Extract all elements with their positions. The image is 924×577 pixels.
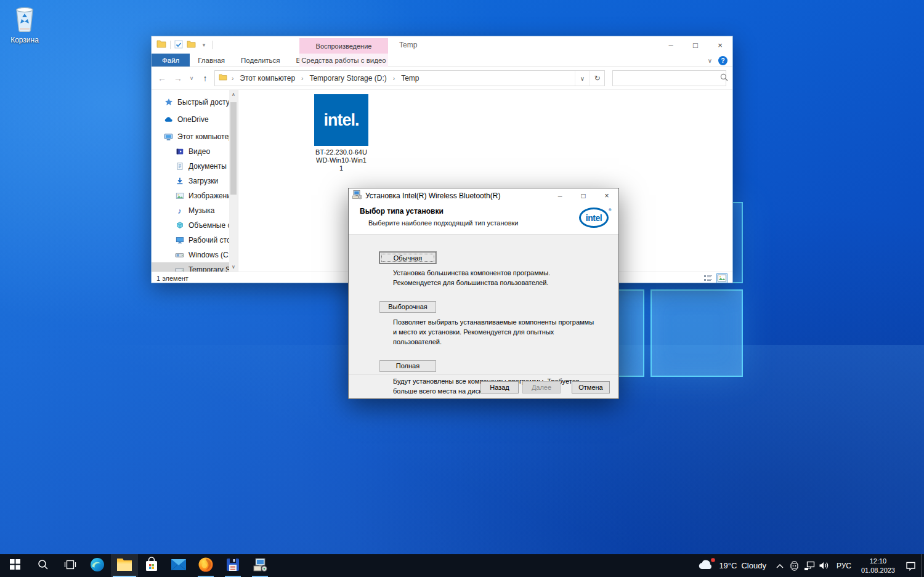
intel-logo: intel® bbox=[579, 208, 609, 228]
floppy-disk-icon bbox=[225, 557, 240, 575]
volume-icon[interactable] bbox=[817, 561, 832, 570]
taskbar-app-mail[interactable] bbox=[165, 554, 192, 577]
sidebar-item-this-pc[interactable]: Этот компьютер bbox=[152, 129, 238, 144]
thumbnails-view-icon[interactable] bbox=[716, 273, 727, 283]
typical-button[interactable]: Обычная bbox=[379, 252, 436, 264]
cancel-button[interactable]: Отмена bbox=[572, 381, 610, 393]
minimize-button[interactable]: – bbox=[659, 36, 683, 54]
cloud-icon bbox=[164, 115, 173, 124]
weather-widget[interactable]: 19°C Cloudy bbox=[692, 559, 772, 572]
taskbar-app-firefox[interactable] bbox=[192, 554, 219, 577]
language-indicator[interactable]: РУС bbox=[832, 562, 856, 570]
mail-icon bbox=[171, 558, 187, 573]
start-button[interactable] bbox=[0, 554, 30, 577]
breadcrumb-this-pc[interactable]: Этот компьютер bbox=[238, 74, 297, 83]
search-button[interactable] bbox=[30, 554, 57, 577]
ribbon-expand-icon[interactable]: ∨ bbox=[708, 57, 712, 64]
qat-properties-icon[interactable] bbox=[174, 40, 183, 50]
qat-new-folder-icon[interactable] bbox=[187, 41, 196, 50]
maximize-button[interactable]: □ bbox=[683, 36, 708, 54]
minimize-button[interactable]: – bbox=[548, 188, 572, 203]
tab-file[interactable]: Файл bbox=[152, 54, 190, 67]
file-name: BT-22.230.0-64U WD-Win10-Win1 1 bbox=[307, 148, 375, 173]
sidebar-item-music[interactable]: ♪ Музыка bbox=[152, 203, 238, 218]
dialog-body: Обычная Установка большинства компоненто… bbox=[349, 235, 618, 374]
action-center-button[interactable] bbox=[900, 554, 921, 577]
close-button[interactable]: × bbox=[595, 188, 618, 203]
breadcrumb-drive[interactable]: Temporary Storage (D:) bbox=[307, 74, 388, 83]
recent-locations-icon[interactable]: ∨ bbox=[187, 75, 196, 81]
music-note-icon: ♪ bbox=[175, 206, 184, 216]
clock[interactable]: 12:10 01.08.2023 bbox=[856, 557, 900, 575]
refresh-icon[interactable]: ↻ bbox=[590, 71, 604, 86]
breadcrumb[interactable]: › Этот компьютер › Temporary Storage (D:… bbox=[214, 70, 605, 86]
network-icon[interactable] bbox=[802, 561, 817, 571]
search-box bbox=[612, 70, 726, 86]
sidebar-item-downloads[interactable]: Загрузки bbox=[152, 174, 238, 188]
navigation-pane: Быстрый доступ OneDrive Этот компьютер bbox=[152, 90, 238, 272]
up-icon[interactable]: ↑ bbox=[198, 73, 212, 83]
contextual-tab-group-header: Воспроизведение bbox=[299, 38, 388, 54]
back-button[interactable]: Назад bbox=[480, 381, 519, 393]
sidebar-item-3d-objects[interactable]: Объемные объ bbox=[152, 218, 238, 233]
computer-icon bbox=[164, 132, 173, 142]
taskbar-app-floppy-installer[interactable] bbox=[219, 554, 246, 577]
clock-date: 01.08.2023 bbox=[861, 566, 895, 575]
sidebar-item-windows-c[interactable]: Windows (C:) bbox=[152, 248, 238, 262]
sidebar-item-pictures[interactable]: Изображения bbox=[152, 188, 238, 203]
scrollbar-thumb[interactable] bbox=[230, 102, 237, 195]
show-desktop-button[interactable] bbox=[921, 554, 924, 577]
installer-dialog: Установка Intel(R) Wireless Bluetooth(R)… bbox=[348, 188, 619, 399]
help-icon[interactable]: ? bbox=[718, 56, 727, 65]
taskbar-app-store[interactable] bbox=[138, 554, 165, 577]
setup-wizard-icon bbox=[253, 557, 267, 575]
address-dropdown-icon[interactable]: ∨ bbox=[575, 71, 590, 86]
drive-icon bbox=[175, 265, 184, 272]
scroll-up-icon[interactable]: ∧ bbox=[229, 90, 238, 99]
windows-logo-icon bbox=[10, 559, 20, 572]
search-input[interactable] bbox=[613, 71, 716, 86]
sidebar-item-onedrive[interactable]: OneDrive bbox=[152, 112, 238, 127]
sidebar-item-quick-access[interactable]: Быстрый доступ bbox=[152, 95, 238, 110]
tab-video-tools[interactable]: Средства работы с видео bbox=[299, 54, 388, 67]
dialog-titlebar[interactable]: Установка Intel(R) Wireless Bluetooth(R)… bbox=[349, 188, 618, 203]
item-count: 1 элемент bbox=[156, 275, 188, 282]
complete-button[interactable]: Полная bbox=[379, 360, 436, 372]
task-view-icon bbox=[64, 559, 76, 573]
wallpaper-pane bbox=[650, 289, 743, 377]
tab-home[interactable]: Главная bbox=[190, 54, 233, 67]
sidebar-item-documents[interactable]: Документы bbox=[152, 159, 238, 174]
breadcrumb-separator-icon: › bbox=[230, 75, 235, 82]
quick-access-toolbar: ▾ bbox=[152, 36, 213, 54]
sidebar-item-desktop[interactable]: Рабочий стол bbox=[152, 233, 238, 248]
qat-customize-dropdown-icon[interactable]: ▾ bbox=[200, 42, 208, 48]
close-button[interactable]: × bbox=[708, 36, 732, 54]
breadcrumb-folder[interactable]: Temp bbox=[399, 74, 421, 83]
scroll-down-icon[interactable]: ∨ bbox=[229, 262, 238, 272]
breadcrumb-separator-icon: › bbox=[392, 75, 396, 82]
file-item-installer[interactable]: intel. BT-22.230.0-64U WD-Win10-Win1 1 bbox=[307, 94, 375, 173]
recycle-bin[interactable]: Корзина bbox=[4, 4, 46, 44]
sidebar-item-temporary-storage[interactable]: Temporary Stora bbox=[152, 262, 238, 272]
back-icon[interactable]: ← bbox=[155, 73, 169, 83]
forward-icon[interactable]: → bbox=[171, 73, 185, 83]
star-icon bbox=[164, 98, 173, 107]
explorer-titlebar[interactable]: ▾ Воспроизведение Temp – □ × bbox=[152, 36, 732, 54]
tray-device-icon[interactable] bbox=[787, 561, 802, 571]
video-icon bbox=[175, 147, 184, 156]
maximize-button: □ bbox=[572, 188, 595, 203]
sidebar-scrollbar[interactable]: ∧ ∨ bbox=[229, 90, 238, 272]
tab-share[interactable]: Поделиться bbox=[233, 54, 288, 67]
clock-time: 12:10 bbox=[861, 557, 895, 565]
weather-temp: 19°C bbox=[719, 561, 737, 570]
taskbar-app-file-explorer[interactable] bbox=[111, 554, 138, 577]
search-icon bbox=[716, 73, 732, 83]
taskbar-app-intel-setup[interactable] bbox=[246, 554, 274, 577]
custom-button[interactable]: Выборочная bbox=[379, 301, 436, 313]
hidden-icons-chevron[interactable] bbox=[772, 563, 787, 568]
sidebar-item-videos[interactable]: Видео bbox=[152, 144, 238, 159]
details-view-icon[interactable] bbox=[703, 273, 714, 283]
task-view-button[interactable] bbox=[57, 554, 84, 577]
download-arrow-icon bbox=[175, 177, 184, 186]
taskbar-app-edge[interactable] bbox=[84, 554, 111, 577]
